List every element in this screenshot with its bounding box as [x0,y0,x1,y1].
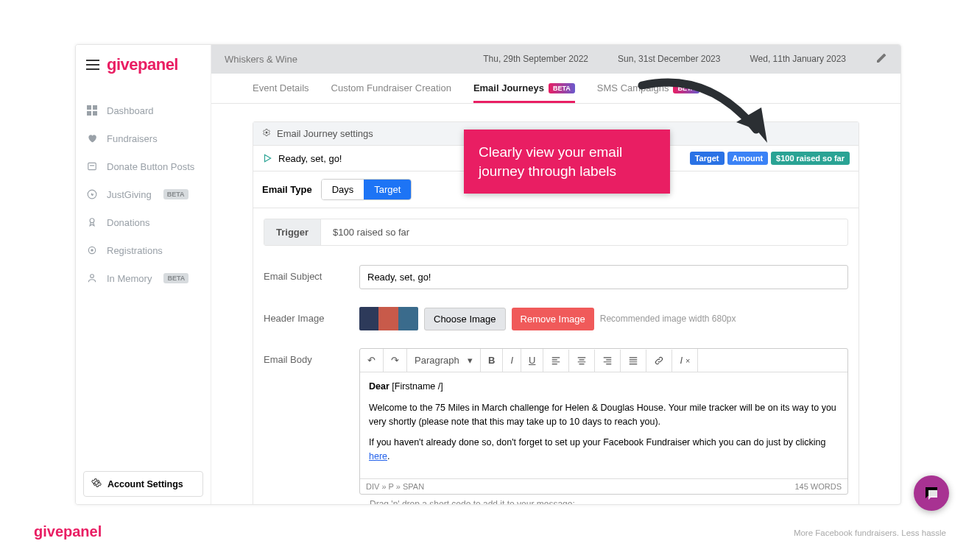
date-start: Thu, 29th September 2022 [483,53,588,65]
clear-format-button[interactable]: I× [672,349,698,372]
chat-button[interactable] [914,475,949,511]
email-type-toggle: Days Target [321,179,412,200]
gear-icon [91,478,102,490]
header-image-thumbnail [359,307,418,330]
account-settings-button[interactable]: Account Settings [83,471,203,497]
shortcode-hint: Drag 'n' drop a short code to add it to … [359,495,848,504]
sidebar-item-inmemory[interactable]: In Memory BETA [76,264,211,292]
align-justify-button[interactable] [621,350,646,372]
sidebar-item-label: Donations [107,217,150,228]
email-type-days[interactable]: Days [322,180,364,199]
crumb-path: DIV » P » SPAN [366,482,424,491]
sidebar-item-registrations[interactable]: Registrations [76,236,211,264]
subject-row: Email Subject [253,256,859,298]
sidebar-item-label: Fundraisers [107,133,158,144]
paragraph-2-prefix: If you haven't already done so, don't fo… [369,437,825,447]
chevron-down-icon: ▾ [468,355,473,366]
italic-button[interactable]: I [503,349,521,372]
trigger-value: $100 raised so far [321,219,421,245]
tab-custom-fundraiser[interactable]: Custom Fundraiser Creation [331,82,451,103]
label-raised: $100 raised so far [771,152,850,165]
rich-text-editor: ↶ ↷ Paragraph▾ B I U [359,348,848,495]
ready-title: Ready, set, go! [278,153,342,164]
paragraph-label: Paragraph [415,355,459,366]
here-link[interactable]: here [369,451,387,461]
align-center-button[interactable] [569,350,595,372]
editor-body[interactable]: Dear [Firstname /] Welcome to the 75 Mil… [360,372,847,478]
remove-image-button[interactable]: Remove Image [512,308,594,330]
tab-label: Custom Fundraiser Creation [331,82,451,93]
sidebar-item-label: Registrations [107,245,163,256]
sidebar-item-donate-posts[interactable]: Donate Button Posts [76,152,211,180]
align-left-button[interactable] [543,350,569,372]
editor-toolbar: ↶ ↷ Paragraph▾ B I U [360,349,847,372]
edit-icon[interactable] [875,52,887,66]
brand-header: givepanel [76,45,211,82]
header-image-label: Header Image [264,307,345,324]
subject-label: Email Subject [264,265,345,282]
sidebar-item-fundraisers[interactable]: Fundraisers [76,124,211,152]
tutorial-callout: Clearly view your email journey through … [464,130,670,194]
svg-point-7 [90,219,94,223]
memory-icon [86,272,98,284]
beta-badge: BETA [163,189,188,199]
brand-name: givepanel [107,55,178,74]
gear-icon [262,128,271,139]
underline-button[interactable]: U [521,349,543,372]
grid-icon [86,105,98,116]
trigger-box: Trigger $100 raised so far [264,219,848,246]
sidebar: givepanel Dashboard Fundraisers Donate B… [76,45,211,504]
sidebar-item-justgiving[interactable]: JustGiving BETA [76,180,211,208]
post-icon [86,160,98,172]
svg-point-9 [91,249,94,252]
svg-rect-2 [87,111,91,116]
date-extra: Wed, 11th January 2023 [750,53,846,65]
email-type-label: Email Type [262,184,312,195]
event-name: Whiskers & Wine [225,54,297,65]
align-right-button[interactable] [595,350,621,372]
play-icon [262,153,272,163]
tabs: Event Details Custom Fundraiser Creation… [211,74,900,104]
sidebar-item-label: JustGiving [107,189,152,200]
choose-image-button[interactable]: Choose Image [424,308,506,330]
nav: Dashboard Fundraisers Donate Button Post… [76,82,211,292]
tab-event-details[interactable]: Event Details [253,82,309,103]
header-image-row: Header Image Choose Image Remove Image R… [253,298,859,339]
email-type-target[interactable]: Target [364,180,411,199]
svg-marker-12 [265,155,271,161]
svg-rect-0 [87,105,91,110]
topbar: Whiskers & Wine Thu, 29th September 2022… [211,45,900,74]
subject-input[interactable] [359,265,848,289]
editor-status: DIV » P » SPAN 145 WORDS [360,478,847,494]
svg-rect-4 [88,163,96,169]
undo-button[interactable]: ↶ [360,349,384,372]
greeting-token: [Firstname /] [392,381,443,392]
trigger-label: Trigger [264,219,321,245]
bold-button[interactable]: B [481,349,503,372]
journey-settings-title: Email Journey settings [277,128,373,139]
menu-icon[interactable] [86,60,99,70]
paragraph-2-suffix: . [387,451,389,461]
svg-point-11 [266,132,268,134]
tab-label: Email Journeys [473,82,544,93]
heart-icon [86,132,98,144]
tab-label: Event Details [253,82,309,93]
sidebar-item-label: In Memory [107,273,152,284]
sidebar-item-dashboard[interactable]: Dashboard [76,96,211,124]
sidebar-item-label: Donate Button Posts [107,161,194,172]
g-icon [86,188,98,200]
image-width-hint: Recommended image width 680px [600,314,736,324]
body-row: Email Body ↶ ↷ Paragraph▾ B I U [253,339,859,504]
beta-badge: BETA [549,83,575,93]
account-settings-label: Account Settings [107,479,183,489]
main: Whiskers & Wine Thu, 29th September 2022… [211,45,900,504]
paragraph-dropdown[interactable]: Paragraph▾ [407,349,481,372]
svg-rect-1 [93,105,97,110]
word-count: 145 WORDS [794,482,842,491]
tab-email-journeys[interactable]: Email JourneysBETA [473,82,575,103]
greeting-prefix: Dear [369,381,389,392]
redo-button[interactable]: ↷ [384,349,407,372]
link-button[interactable] [646,350,672,372]
svg-point-10 [91,275,94,278]
sidebar-item-donations[interactable]: Donations [76,208,211,236]
